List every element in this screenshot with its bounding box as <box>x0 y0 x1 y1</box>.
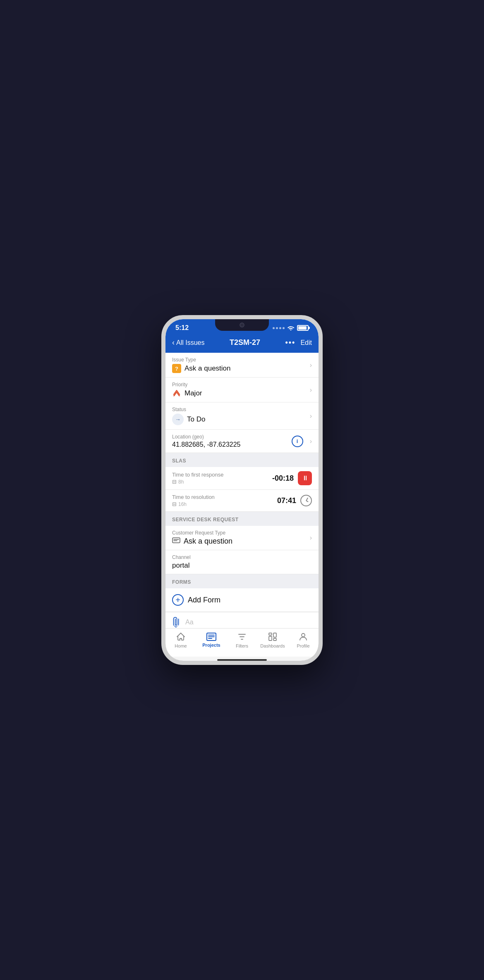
calendar-icon: ⊟ <box>172 501 177 507</box>
add-form-circle-icon: + <box>172 594 184 606</box>
pause-icon: ⏸ <box>302 474 308 482</box>
sla-resolution-right: 07:41 <box>277 495 312 506</box>
projects-icon <box>206 633 216 641</box>
signal-icon <box>273 327 285 329</box>
sla-first-response-right: -00:18 ⏸ <box>272 471 312 485</box>
channel-value: portal <box>172 561 312 570</box>
sla-first-response-label: Time to first response <box>172 472 272 478</box>
nav-label-projects: Projects <box>202 643 220 648</box>
chevron-right-icon: › <box>310 412 312 420</box>
filter-icon <box>237 632 247 642</box>
time-to-resolution-row: Time to resolution ⊟ 16h 07:41 <box>165 490 319 512</box>
svg-rect-1 <box>269 633 272 635</box>
slas-section-header: SLAS <box>165 453 319 467</box>
svg-rect-2 <box>269 636 272 640</box>
home-icon <box>176 632 186 642</box>
home-indicator <box>217 659 267 661</box>
nav-label-filters: Filters <box>236 643 248 648</box>
location-actions: i › <box>292 436 312 447</box>
priority-content: Priority Major <box>172 382 310 398</box>
add-form-label: Add Form <box>188 596 220 604</box>
svg-point-5 <box>302 633 305 637</box>
status-time: 5:12 <box>175 324 189 332</box>
issue-type-label: Issue Type <box>172 357 310 363</box>
app-header: ‹ All Issues T2SM-27 ••• Edit <box>165 334 319 353</box>
location-row[interactable]: Location (geo) 41.882685, -87.623225 i › <box>165 430 319 453</box>
svg-rect-3 <box>273 633 276 637</box>
nav-item-filters[interactable]: Filters <box>227 632 257 648</box>
chevron-right-icon: › <box>310 386 312 394</box>
chevron-right-icon: › <box>310 361 312 369</box>
comment-input[interactable]: Aa <box>185 619 312 626</box>
issue-type-row[interactable]: Issue Type ? Ask a question › <box>165 353 319 378</box>
nav-label-profile: Profile <box>297 643 309 648</box>
sla-resolution-time: 07:41 <box>277 496 296 505</box>
add-form-button[interactable]: + Add Form <box>165 588 319 612</box>
back-arrow-icon: ‹ <box>172 338 175 347</box>
channel-row: Channel portal <box>165 550 319 574</box>
priority-value: Major <box>172 389 310 398</box>
chevron-right-icon: › <box>310 534 312 542</box>
customer-request-label: Customer Request Type <box>172 530 310 536</box>
customer-request-type-row[interactable]: Customer Request Type Ask a question › <box>165 526 319 550</box>
sla-first-response-sublabel: ⊟ 8h <box>172 479 272 485</box>
time-to-first-response-row: Time to first response ⊟ 8h -00:18 ⏸ <box>165 467 319 490</box>
bottom-nav: Home Projects Filters <box>165 628 319 657</box>
priority-label: Priority <box>172 382 310 388</box>
comment-bar: Aa <box>165 612 319 628</box>
battery-icon <box>297 325 309 331</box>
nav-item-home[interactable]: Home <box>165 632 196 648</box>
location-label: Location (geo) <box>172 434 292 440</box>
nav-item-dashboards[interactable]: Dashboards <box>257 632 288 648</box>
priority-icon <box>172 389 181 398</box>
customer-request-icon <box>172 537 180 545</box>
status-content: Status → To Do <box>172 407 310 425</box>
edit-button[interactable]: Edit <box>300 339 312 347</box>
nav-item-profile[interactable]: Profile <box>288 632 319 648</box>
svg-rect-0 <box>173 538 180 543</box>
back-label: All Issues <box>176 339 204 347</box>
status-circle-icon: → <box>172 414 184 425</box>
wifi-icon <box>287 325 295 332</box>
location-value: 41.882685, -87.623225 <box>172 441 292 448</box>
sla-resolution-left: Time to resolution ⊟ 16h <box>172 494 277 507</box>
channel-label: Channel <box>172 554 312 560</box>
header-actions: ••• Edit <box>285 338 312 347</box>
sla-first-response-left: Time to first response ⊟ 8h <box>172 472 272 485</box>
sla-resolution-sublabel: ⊟ 16h <box>172 501 277 507</box>
profile-icon <box>298 632 308 642</box>
priority-row[interactable]: Priority Major › <box>165 378 319 402</box>
service-desk-section-header: SERVICE DESK REQUEST <box>165 512 319 526</box>
issue-title: T2SM-27 <box>230 338 260 347</box>
nav-label-dashboards: Dashboards <box>260 643 285 648</box>
calendar-icon: ⊟ <box>172 479 177 485</box>
dashboards-icon <box>268 632 278 642</box>
nav-label-home: Home <box>175 643 187 648</box>
more-button[interactable]: ••• <box>285 338 296 347</box>
nav-item-projects[interactable]: Projects <box>196 633 227 648</box>
sla-first-response-time: -00:18 <box>272 474 294 483</box>
customer-request-value: Ask a question <box>172 537 310 546</box>
forms-section-header: FORMS <box>165 574 319 588</box>
chevron-right-icon: › <box>310 438 312 445</box>
content-area: Issue Type ? Ask a question › Priority <box>165 353 319 628</box>
issue-type-content: Issue Type ? Ask a question <box>172 357 310 373</box>
clock-icon <box>300 495 312 506</box>
sla-resolution-label: Time to resolution <box>172 494 277 500</box>
svg-rect-4 <box>273 638 276 640</box>
customer-request-content: Customer Request Type Ask a question <box>172 530 310 546</box>
paperclip-icon[interactable] <box>170 615 184 628</box>
location-content: Location (geo) 41.882685, -87.623225 <box>172 434 292 448</box>
status-value: → To Do <box>172 414 310 425</box>
back-button[interactable]: ‹ All Issues <box>172 338 204 347</box>
issue-type-value: ? Ask a question <box>172 364 310 373</box>
pause-button[interactable]: ⏸ <box>298 471 312 485</box>
status-row[interactable]: Status → To Do › <box>165 402 319 430</box>
status-label: Status <box>172 407 310 412</box>
location-info-button[interactable]: i <box>292 436 303 447</box>
status-icons <box>273 325 309 332</box>
issue-type-icon: ? <box>172 364 181 373</box>
